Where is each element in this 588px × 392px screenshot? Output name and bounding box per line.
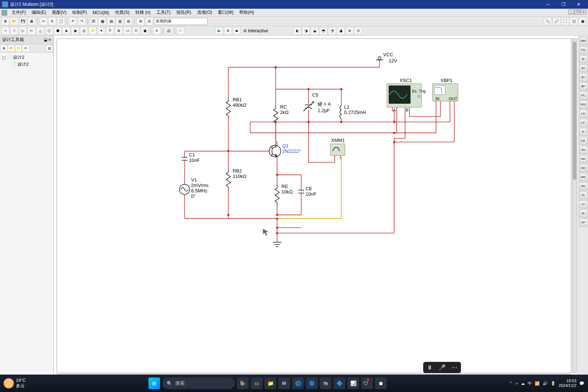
instr-distortion[interactable]: DA: [579, 137, 587, 145]
lt-btn-3[interactable]: 📁: [15, 45, 22, 52]
tb-btn-7[interactable]: ☵: [145, 17, 153, 25]
place-source-button[interactable]: ÷: [1, 27, 9, 35]
tb-btn-2[interactable]: ▦: [98, 17, 106, 25]
mdi-restore[interactable]: ❐: [575, 9, 580, 15]
maximize-button[interactable]: ❐: [556, 1, 571, 8]
instr-agilent-fg[interactable]: AG: [579, 164, 587, 172]
instr-tek-sc[interactable]: TK: [579, 191, 587, 199]
instr-oscilloscope[interactable]: SC: [579, 64, 587, 72]
instr-ni-elvis[interactable]: NI: [579, 209, 587, 217]
place-rf-button[interactable]: Y: [106, 27, 114, 35]
hierarchy-button[interactable]: 品: [165, 27, 173, 35]
taskbar-explorer[interactable]: 📁: [265, 377, 276, 389]
pause-button[interactable]: ⏸: [224, 27, 232, 35]
media-mic-icon[interactable]: 🎤: [438, 364, 446, 371]
sim-btn-2[interactable]: ◑: [302, 27, 310, 35]
tree-root[interactable]: -📄 设计2: [2, 54, 51, 61]
taskbar-edge[interactable]: 🌐: [292, 377, 304, 389]
place-ni-button[interactable]: ▭: [123, 27, 131, 35]
taskbar-weather[interactable]: 24°C 多云: [4, 378, 26, 389]
menu-place[interactable]: 绘制(P): [69, 9, 90, 16]
instr-wordgen[interactable]: WG: [579, 101, 587, 109]
place-bus-button[interactable]: ≡: [153, 27, 161, 35]
tree-child[interactable]: 📄 设计2: [2, 61, 51, 68]
sim-btn-8[interactable]: ⊙: [354, 27, 362, 35]
sim-btn-1[interactable]: ◐: [293, 27, 301, 35]
tb-btn-5[interactable]: ⊞: [124, 17, 132, 25]
print-button[interactable]: 🖶: [28, 17, 36, 25]
tray-battery-icon[interactable]: 🔋: [551, 381, 556, 386]
taskbar-app-4[interactable]: 🔷: [334, 377, 345, 389]
place-indicator-button[interactable]: ◎: [80, 27, 88, 35]
lt-btn-5[interactable]: ▤: [46, 45, 53, 52]
new-button[interactable]: 🗎: [1, 17, 9, 25]
tray-icon-1[interactable]: ●: [515, 381, 518, 385]
instr-netanalyzer[interactable]: NA: [579, 155, 587, 163]
tray-chevron-icon[interactable]: ⌃: [509, 381, 513, 386]
tray-wifi-icon[interactable]: 📶: [535, 381, 540, 386]
menu-tools[interactable]: 工具(T): [154, 9, 173, 16]
taskbar-app-2[interactable]: ▭: [251, 377, 262, 389]
taskbar-mail[interactable]: ✉: [278, 377, 290, 389]
sim-btn-3[interactable]: ◒: [311, 27, 319, 35]
copy-button[interactable]: ⎘: [48, 17, 56, 25]
place-power-button[interactable]: ⚡: [89, 27, 97, 35]
place-connector-button[interactable]: ⊓: [132, 27, 140, 35]
place-mixed-button[interactable]: ◉: [71, 27, 79, 35]
save-button[interactable]: 💾: [19, 17, 27, 25]
instr-ivanalyzer[interactable]: IV: [579, 128, 587, 136]
media-control-overlay[interactable]: ⏸ 🎤 ⋯: [423, 362, 461, 373]
zoom-out-button[interactable]: 🔎: [552, 17, 560, 25]
sim-btn-5[interactable]: ◔: [328, 27, 336, 35]
schematic-canvas[interactable]: VCC 12V RB1 490kΩ: [57, 38, 571, 373]
design-tree[interactable]: -📄 设计2 📄 设计2: [0, 53, 53, 376]
menu-transfer[interactable]: 转移 (n): [132, 9, 154, 16]
panel-close-icon[interactable]: ⬓ ✕: [44, 38, 51, 42]
place-basic-button[interactable]: ⌇: [10, 27, 18, 35]
misc-button[interactable]: ⌐: [177, 27, 185, 35]
tray-volume-icon[interactable]: 🔊: [543, 381, 548, 386]
taskbar-app-6[interactable]: 🛡: [361, 377, 373, 389]
cut-button[interactable]: ✂: [40, 17, 48, 25]
taskbar-app-7[interactable]: ⏺: [375, 377, 387, 389]
instr-currentprobe[interactable]: CP: [579, 219, 587, 226]
zoom-area-button[interactable]: ◫: [570, 17, 578, 25]
instr-spectrum[interactable]: SA: [579, 146, 587, 154]
menu-file[interactable]: 文件(F): [9, 9, 29, 16]
instr-logicconv[interactable]: LC: [579, 119, 587, 127]
menu-edit[interactable]: 编辑(E): [29, 9, 49, 16]
inuse-list-combo[interactable]: [154, 18, 208, 25]
instr-freqcounter[interactable]: FC: [579, 91, 587, 99]
media-pause-icon[interactable]: ⏸: [427, 364, 433, 371]
tray-notifications-icon[interactable]: 💬: [579, 381, 584, 386]
close-button[interactable]: ✕: [571, 1, 586, 8]
media-more-icon[interactable]: ⋯: [452, 364, 457, 371]
mdi-close[interactable]: x: [581, 9, 587, 15]
taskbar-app-1[interactable]: 🦫: [237, 377, 249, 389]
zoom-fit-button[interactable]: ⛶: [561, 17, 569, 25]
instr-4ch-scope[interactable]: 4C: [579, 73, 587, 81]
menu-window[interactable]: 窗口(W): [215, 9, 236, 16]
mdi-minimize[interactable]: _: [568, 9, 574, 15]
instr-multimeter[interactable]: MM: [579, 37, 587, 45]
menu-reports[interactable]: 报告(R): [173, 9, 194, 16]
tb-btn-1[interactable]: 田: [90, 17, 98, 25]
instr-agilent-sc[interactable]: AS: [579, 182, 587, 190]
place-misc2-button[interactable]: ✦: [97, 27, 105, 35]
lt-btn-1[interactable]: 🗎: [1, 45, 7, 52]
vertical-scrollbar[interactable]: [572, 38, 577, 373]
taskbar-app-5[interactable]: 📊: [347, 377, 359, 389]
instr-funcgen[interactable]: FG: [579, 46, 587, 54]
lt-btn-4[interactable]: ⟳: [23, 45, 29, 52]
menu-help[interactable]: 帮助(H): [236, 9, 257, 16]
menu-simulate[interactable]: 仿真(S): [112, 9, 132, 16]
lt-btn-2[interactable]: 📂: [8, 45, 15, 52]
tb-btn-4[interactable]: ▥: [116, 17, 124, 25]
place-elmech-button[interactable]: ⊕: [115, 27, 123, 35]
menu-options[interactable]: 选项(O): [194, 9, 215, 16]
sim-btn-7[interactable]: ⊘: [346, 27, 354, 35]
instr-agilent-mm[interactable]: AM: [579, 173, 587, 181]
open-button[interactable]: 📂: [10, 17, 18, 25]
taskbar-browser[interactable]: 🔵: [306, 377, 318, 389]
run-button[interactable]: ▶: [215, 27, 223, 35]
